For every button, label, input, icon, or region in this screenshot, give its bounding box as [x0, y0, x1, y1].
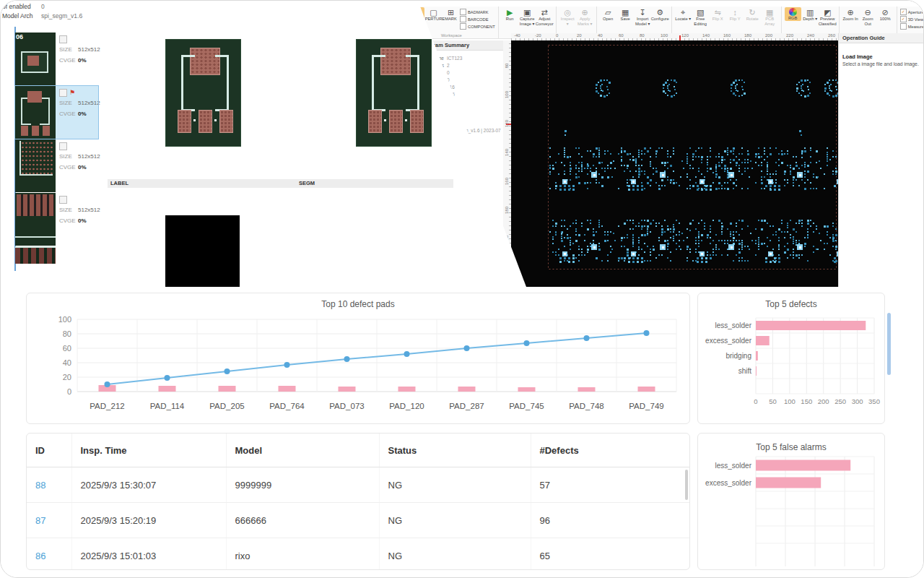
100-button[interactable]: ⊘100%	[877, 7, 894, 22]
checkbox-aperture[interactable]: ✓Aperture	[900, 9, 924, 15]
main-button[interactable]: ▤MAIN	[408, 7, 424, 22]
inspection-row[interactable]: 882025/9/3 15:30:079999999NG57	[27, 467, 689, 503]
rgb-button[interactable]: RGB	[785, 7, 801, 21]
ruler-tick-label: 120	[681, 33, 689, 38]
run-button[interactable]: ▶Run	[502, 7, 518, 22]
inspect-icon: ◎	[564, 8, 571, 17]
ruler-tick-label: 140	[505, 149, 509, 157]
defect-bar	[398, 387, 416, 392]
item-checkbox[interactable]	[59, 35, 67, 43]
x-tick-label: PAD_749	[629, 402, 663, 410]
pad-dot-shape	[193, 119, 196, 121]
flip-x-button[interactable]: ⇋Flip X	[710, 7, 726, 22]
top-defect-pads-title: Top 10 defect pads	[27, 299, 689, 309]
flip-y-button[interactable]: ↕Flip Y	[727, 7, 744, 22]
table-header-row: IDInsp. TimeModelStatus#Defects	[27, 434, 689, 467]
item-checkbox[interactable]	[59, 89, 67, 97]
inspection-id-link[interactable]: 87	[27, 503, 71, 538]
ruler-tick-label: 120	[505, 120, 509, 128]
segm-column-header: SEGM	[299, 179, 315, 188]
gear-icon: ⚙	[656, 8, 663, 17]
model-list-item[interactable]: SIZE512x512CVGE0%	[15, 139, 98, 192]
item-checkbox[interactable]	[59, 196, 67, 204]
checkbox-icon	[460, 23, 466, 30]
capture-image-button[interactable]: ▣Capture Image ▾	[519, 7, 536, 26]
aperture-button[interactable]: ▢APERTURE	[425, 7, 442, 22]
ruler-tick-label: 240	[807, 33, 814, 38]
locate-icon: ⌖	[681, 8, 685, 17]
apply-marks-button[interactable]: ⊕Apply Marks ▾	[577, 7, 593, 26]
cvge-value: 0%	[78, 164, 87, 173]
flip-y-icon: ↕	[733, 8, 737, 17]
model-list-item[interactable]: 06SIZE512x512CVGE0%	[15, 33, 98, 85]
mark-button[interactable]: ⊞MARK	[443, 7, 459, 22]
ruler-tick-label: 200	[505, 236, 509, 243]
enabled-count-row: of enabled 0	[2, 3, 98, 12]
summary-row-value: 2	[447, 62, 502, 69]
label-image-card[interactable]	[165, 39, 241, 147]
size-label: SIZE	[59, 207, 78, 215]
inspection-cell: 666666	[226, 503, 379, 538]
adjust-conveyor-button[interactable]: ⇄Adjust Conveyor	[536, 7, 553, 26]
checkbox-barcode[interactable]: BARCODE	[460, 16, 495, 22]
depth-button[interactable]: ▥Depth ▾	[802, 7, 819, 22]
page-scrollbar[interactable]	[887, 313, 891, 375]
pad-outline-box	[21, 51, 48, 73]
preview-classified-button[interactable]: ◩Preview Classified	[819, 7, 836, 26]
top-defect-pads-chart: 020406080100PAD_212PAD_114PAD_205PAD_764…	[27, 311, 690, 423]
column-header-defects: #Defects	[531, 434, 689, 467]
x-tick-label: PAD_205	[209, 402, 244, 410]
item-checkbox[interactable]	[59, 142, 67, 150]
pcb-array-button[interactable]: ▦PCB Array	[762, 7, 778, 26]
model-list-item[interactable]: SIZE512x512CVGE0%	[15, 193, 98, 246]
data-point	[404, 351, 410, 357]
item-cvge-row: CVGE0%	[59, 111, 100, 119]
rotate-button[interactable]: ↻Rotate	[744, 7, 761, 22]
zoom-out-icon: ⊖	[865, 8, 871, 17]
data-point	[644, 330, 650, 336]
pcb-viewport[interactable]	[511, 40, 838, 287]
checkbox-3d-view[interactable]: ✓3D View	[900, 16, 924, 22]
model-thumbnail-partial[interactable]	[15, 246, 56, 264]
model-item-info: SIZE512x512CVGE0%	[56, 33, 100, 85]
inspection-row[interactable]: 862025/9/3 15:01:03rixoNG65	[27, 538, 689, 571]
operation-guide-panel: Operation Guide Load Image Select a imag…	[838, 33, 924, 287]
enabled-count-value: 0	[41, 3, 45, 12]
save-button[interactable]: ▦Save	[617, 7, 634, 22]
free-editing-button[interactable]: ▧Free Editing	[692, 7, 709, 26]
data-point	[524, 340, 530, 346]
inspect-button[interactable]: ◎Inspect ▾	[559, 7, 576, 26]
inspection-table: IDInsp. TimeModelStatus#Defects 882025/9…	[27, 434, 689, 570]
configure-button[interactable]: ⚙Configure	[652, 7, 668, 22]
ruler-tick-label: 260	[828, 33, 835, 38]
model-sidebar: of enabled 0 Model Arch spi_segm_v1.6 06…	[1, 1, 98, 287]
left-bracket-shape	[181, 55, 195, 111]
model-thumbnail[interactable]	[15, 139, 56, 192]
inspection-id-link[interactable]: 88	[27, 467, 71, 503]
defect-bar	[159, 386, 176, 392]
model-arch-row: Model Arch spi_segm_v1.6	[2, 12, 98, 22]
model-list-item[interactable]: ⚑SIZE512x512CVGE0%	[15, 86, 98, 139]
summary-row-value: ICT123	[447, 55, 502, 62]
model-thumbnail[interactable]	[15, 193, 56, 246]
table-scrollbar[interactable]	[685, 470, 688, 500]
locate-button[interactable]: ⌖Locate ▾	[675, 7, 692, 22]
cvge-value: 0%	[78, 57, 87, 66]
checkbox-component[interactable]: COMPONENT	[460, 23, 495, 30]
zoom-in-button[interactable]: ⊕Zoom In	[842, 7, 859, 22]
inspection-row[interactable]: 872025/9/3 15:20:19666666NG96	[27, 503, 689, 538]
checkbox-measurement-details[interactable]: Measurement Details	[900, 23, 924, 30]
size-value: 512x512	[78, 100, 100, 108]
open-button[interactable]: ▱Open	[600, 7, 616, 22]
aoi-overlay: ▤MAIN▢APERTURE⊞MARKBADMARKBARCODECOMPONE…	[1, 1, 924, 287]
cvge-label: CVGE	[59, 164, 78, 173]
inspection-id-link[interactable]: 86	[27, 538, 71, 571]
ruler-tick-label: -40	[514, 33, 520, 38]
top-defect-pads-card: Top 10 defect pads 020406080100PAD_212PA…	[26, 293, 690, 424]
import-model-button[interactable]: ↧Import Model ▾	[635, 7, 651, 26]
segm-image-card[interactable]	[356, 39, 432, 147]
model-thumbnail[interactable]: 06	[15, 33, 56, 85]
zoom-out-button[interactable]: ⊖Zoom Out	[860, 7, 876, 26]
model-thumbnail[interactable]	[15, 86, 56, 139]
checkbox-badmark[interactable]: BADMARK	[460, 9, 495, 15]
